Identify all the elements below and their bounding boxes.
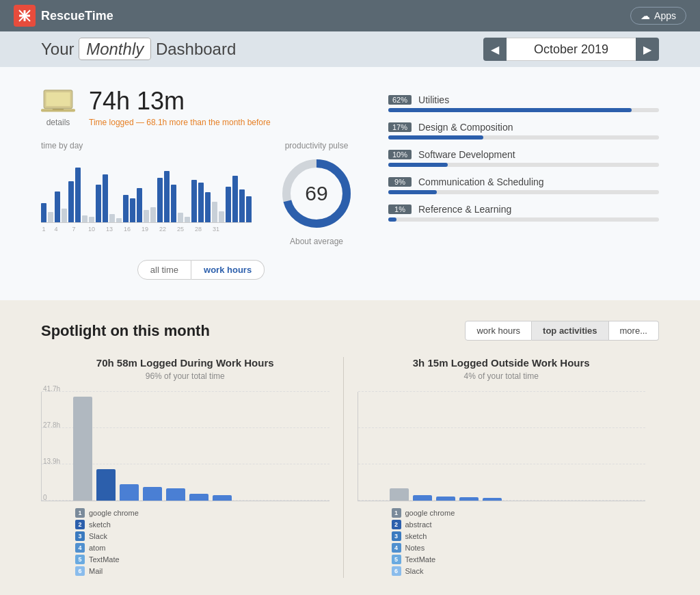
work-chart-title: 70h 58m Logged During Work Hours	[41, 357, 329, 369]
cat-bar-bg-1	[388, 135, 659, 140]
out-legend-num-0: 1	[392, 508, 401, 518]
outside-bar-4	[459, 497, 479, 501]
spotlight-title: Spotlight on this month	[41, 322, 210, 340]
bar-day-22	[185, 217, 190, 222]
category-design: 17% Design & Composition	[388, 122, 659, 140]
bar-day-21	[178, 213, 183, 222]
cat-name-3: Communication & Scheduling	[418, 176, 544, 187]
prev-month-button[interactable]: ◀	[483, 38, 507, 61]
dashboard-mid[interactable]: Monthly	[79, 38, 151, 60]
cat-bar-bg-4	[388, 217, 659, 222]
cat-bar-fill-4	[388, 217, 396, 222]
gridline-out-mid1	[358, 427, 646, 428]
tab-top-activities[interactable]: top activities	[532, 321, 608, 341]
bar-day-13	[123, 195, 129, 222]
out-legend-num-4: 5	[392, 555, 401, 564]
work-chart-sub: 96% of your total time	[41, 371, 329, 381]
cat-bar-bg-0	[388, 108, 659, 112]
legend-num-4: 5	[75, 555, 85, 564]
legend-name-2: Slack	[89, 532, 107, 540]
dashboard-post: Dashboard	[156, 40, 236, 58]
cat-pct-1: 17%	[388, 122, 412, 132]
axis-28: 28	[190, 226, 206, 233]
bar-day-3	[55, 191, 60, 222]
out-legend-num-1: 2	[392, 520, 401, 529]
spotlight-charts: 70h 58m Logged During Work Hours 96% of …	[41, 357, 659, 578]
left-panel: details 74h 13m Time logged — 68.1h more…	[41, 88, 361, 280]
axis-7: 7	[66, 226, 82, 233]
gridline-label-top: 41.7h	[43, 384, 60, 392]
svg-rect-5	[46, 92, 70, 106]
legend-num-0: 1	[75, 508, 85, 518]
spotlight-header: Spotlight on this month work hours top a…	[41, 321, 659, 341]
gridline-label-bottom: 0	[43, 493, 47, 501]
legend-name-3: atom	[89, 544, 105, 552]
legend-name-0: google chrome	[89, 509, 139, 517]
tab-more[interactable]: more...	[609, 321, 659, 341]
bar-day-31	[246, 196, 252, 222]
bar-day-9	[96, 185, 101, 222]
outside-hours-chart: 3h 15m Logged Outside Work Hours 4% of y…	[344, 357, 660, 578]
apps-button[interactable]: ☁ Apps	[630, 7, 686, 25]
axis-4: 4	[48, 226, 64, 233]
next-month-button[interactable]: ▶	[636, 38, 659, 61]
toggle-work-hours[interactable]: work hours	[191, 260, 265, 280]
time-summary: details 74h 13m Time logged — 68.1h more…	[41, 88, 361, 127]
svg-rect-7	[53, 109, 64, 110]
work-hours-chart: 70h 58m Logged During Work Hours 96% of …	[41, 357, 344, 578]
legend-item-0: 1 google chrome	[75, 508, 329, 518]
stats-row: details 74h 13m Time logged — 68.1h more…	[41, 88, 659, 280]
axis-10: 10	[83, 226, 100, 233]
legend-name-4: TextMate	[89, 555, 120, 564]
bar-day-24	[198, 183, 204, 222]
right-panel: 62% Utilities 17% Design & Composition	[388, 88, 659, 280]
bar-day-15	[137, 188, 142, 222]
axis-1: 1	[41, 226, 46, 233]
productivity-pulse: productivity pulse 69 About average	[272, 141, 361, 246]
axis-19: 19	[137, 226, 153, 233]
category-software: 10% Software Development	[388, 149, 659, 167]
bar-day-27	[219, 211, 224, 222]
logo-rescue: Rescue	[41, 9, 85, 23]
logo-icon	[14, 5, 36, 27]
outside-chart-sub: 4% of your total time	[358, 371, 646, 381]
logo-time: Time	[85, 9, 113, 23]
legend-item-1: 2 sketch	[75, 520, 329, 529]
work-bar-1	[73, 397, 92, 501]
out-legend-num-2: 3	[392, 531, 401, 541]
nav-bar: Your Monthly Dashboard ◀ October 2019 ▶	[0, 31, 700, 67]
toggle-all-time[interactable]: all time	[137, 260, 191, 280]
details-link[interactable]: details	[46, 118, 70, 127]
bar-day-4	[62, 209, 67, 222]
cat-name-2: Software Development	[418, 149, 515, 160]
category-communication: 9% Communication & Scheduling	[388, 176, 659, 194]
out-legend-name-3: Notes	[405, 544, 425, 552]
cat-pct-0: 62%	[388, 95, 412, 105]
out-legend-num-5: 6	[392, 566, 401, 576]
bar-day-26	[212, 202, 217, 222]
time-by-day-label: time by day	[41, 141, 252, 150]
cloud-icon: ☁	[641, 10, 650, 21]
bar-day-17	[150, 207, 156, 222]
spotlight-tabs: work hours top activities more...	[465, 321, 659, 341]
spotlight-section: Spotlight on this month work hours top a…	[0, 300, 700, 595]
gridline-out-top	[358, 391, 646, 392]
logo-text: RescueTime	[41, 9, 113, 23]
tab-work-hours[interactable]: work hours	[465, 321, 532, 341]
time-info: 74h 13m Time logged — 68.1h more than th…	[89, 88, 271, 127]
legend-num-2: 3	[75, 531, 85, 541]
out-legend-item-3: 4 Notes	[392, 543, 646, 553]
bar-day-8	[89, 217, 94, 222]
category-reference: 1% Reference & Learning	[388, 204, 659, 222]
cat-name-4: Reference & Learning	[418, 204, 511, 215]
legend-item-3: 4 atom	[75, 543, 329, 553]
work-bar-4	[143, 487, 162, 501]
outside-chart-title: 3h 15m Logged Outside Work Hours	[358, 357, 646, 369]
bar-day-7	[82, 215, 88, 222]
bar-day-6	[75, 168, 81, 222]
cat-pct-2: 10%	[388, 150, 412, 159]
bar-day-19	[164, 171, 170, 222]
legend-num-5: 6	[75, 566, 85, 576]
axis-31: 31	[208, 226, 224, 233]
work-bar-chart: 41.7h 27.8h 13.9h 0	[41, 392, 329, 501]
